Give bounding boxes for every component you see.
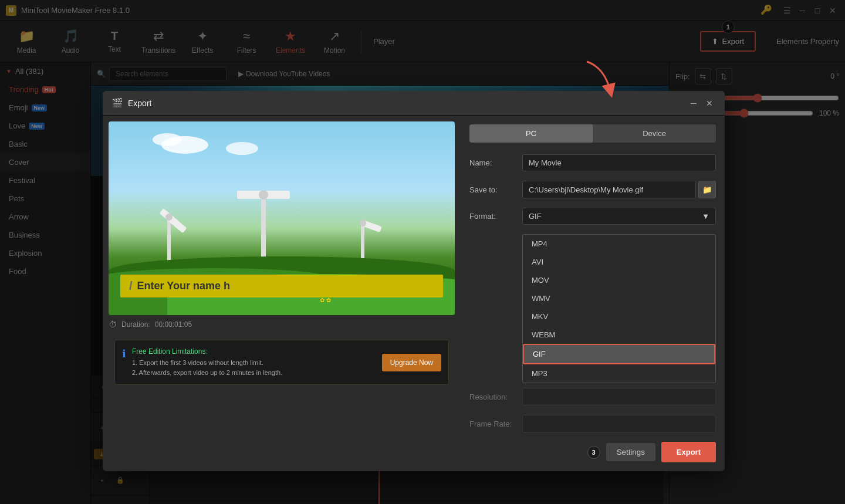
dialog-settings: PC Device Name: Save to: 📁 Format: <box>461 116 725 471</box>
duration-row: ⏱ Duration: 00:00:01:05 <box>109 315 455 334</box>
dialog-body: ✿ ✿ ✿ ✿ ✿ ✿ / Enter Your name h ⏱ Durati… <box>103 116 725 471</box>
notif-line2: 2. Afterwards, export video up to 2 minu… <box>132 368 376 378</box>
notification-box: ℹ Free Edition Limitations: 1. Export th… <box>114 340 449 385</box>
format-value: GIF <box>529 212 542 221</box>
duration-icon: ⏱ <box>109 320 117 329</box>
format-option-mp4[interactable]: MP4 <box>523 235 715 253</box>
format-option-webm[interactable]: WEBM <box>523 326 715 344</box>
dialog-close-btn[interactable]: ✕ <box>703 97 716 110</box>
caption-text: Enter Your name h <box>137 280 230 292</box>
preview-bg: ✿ ✿ ✿ ✿ ✿ ✿ / Enter Your name h <box>109 121 455 315</box>
notification-text: Free Edition Limitations: 1. Export the … <box>132 347 376 377</box>
resolution-row: Resolution: <box>469 388 716 405</box>
flowers-2: ✿ ✿ <box>320 297 331 303</box>
dialog-minimize-btn[interactable]: ─ <box>687 97 700 110</box>
dialog-header: 🎬 Export ─ ✕ <box>103 91 725 116</box>
cloud-1a <box>153 133 182 146</box>
format-option-mov[interactable]: MOV <box>523 271 715 289</box>
dialog-footer: 3 Settings Export <box>469 442 716 462</box>
format-label: Format: <box>469 212 522 221</box>
frame-rate-input[interactable] <box>522 415 716 432</box>
notif-title: Free Edition Limitations: <box>132 347 376 356</box>
dialog-title-row: 🎬 Export <box>111 97 151 109</box>
windmill-1 <box>261 192 266 262</box>
frame-rate-row: Frame Rate: <box>469 415 716 432</box>
save-to-input[interactable] <box>522 181 696 198</box>
info-icon: ℹ <box>122 347 126 360</box>
path-row: 📁 <box>522 181 716 198</box>
name-input[interactable] <box>522 154 716 171</box>
notif-line1: 1. Export the first 3 videos without len… <box>132 358 376 368</box>
caption-overlay: / Enter Your name h <box>120 275 443 297</box>
duration-value: 00:00:01:05 <box>155 320 192 329</box>
format-option-gif[interactable]: GIF <box>523 344 715 364</box>
chevron-down-icon: ▼ <box>702 212 709 221</box>
format-dropdown-list: MP4 AVI MOV WMV MKV WEBM GIF MP3 <box>522 234 716 383</box>
dialog-logo-icon: 🎬 <box>111 97 123 109</box>
upgrade-btn[interactable]: Upgrade Now <box>382 354 441 371</box>
resolution-input[interactable] <box>522 388 716 405</box>
name-row: Name: <box>469 154 716 171</box>
duration-label: Duration: <box>121 320 150 329</box>
save-to-row: Save to: 📁 <box>469 181 716 198</box>
export-dialog: 🎬 Export ─ ✕ <box>103 91 725 471</box>
step3-badge: 3 <box>587 446 600 459</box>
dialog-controls[interactable]: ─ ✕ <box>687 97 716 110</box>
pc-tab[interactable]: PC <box>469 124 593 143</box>
device-tab[interactable]: Device <box>593 124 716 143</box>
format-option-avi[interactable]: AVI <box>523 253 715 271</box>
cloud-2 <box>226 142 258 155</box>
browse-btn[interactable]: 📁 <box>698 181 716 198</box>
export-tabs[interactable]: PC Device <box>469 124 716 143</box>
format-dropdown[interactable]: GIF ▼ <box>522 208 716 225</box>
dialog-preview: ✿ ✿ ✿ ✿ ✿ ✿ / Enter Your name h ⏱ Durati… <box>103 116 461 471</box>
format-option-mkv[interactable]: MKV <box>523 307 715 326</box>
settings-btn[interactable]: Settings <box>606 443 655 461</box>
frame-rate-label: Frame Rate: <box>469 420 522 428</box>
resolution-label: Resolution: <box>469 393 522 401</box>
save-to-label: Save to: <box>469 185 522 194</box>
format-option-wmv[interactable]: WMV <box>523 289 715 307</box>
format-row: Format: GIF ▼ <box>469 208 716 225</box>
caption-slash: / <box>129 279 133 293</box>
dialog-title: Export <box>128 99 151 108</box>
export-preview-video: ✿ ✿ ✿ ✿ ✿ ✿ / Enter Your name h <box>109 121 455 315</box>
export-action-btn[interactable]: Export <box>661 442 716 462</box>
format-option-mp3[interactable]: MP3 <box>523 364 715 383</box>
name-label: Name: <box>469 158 522 167</box>
